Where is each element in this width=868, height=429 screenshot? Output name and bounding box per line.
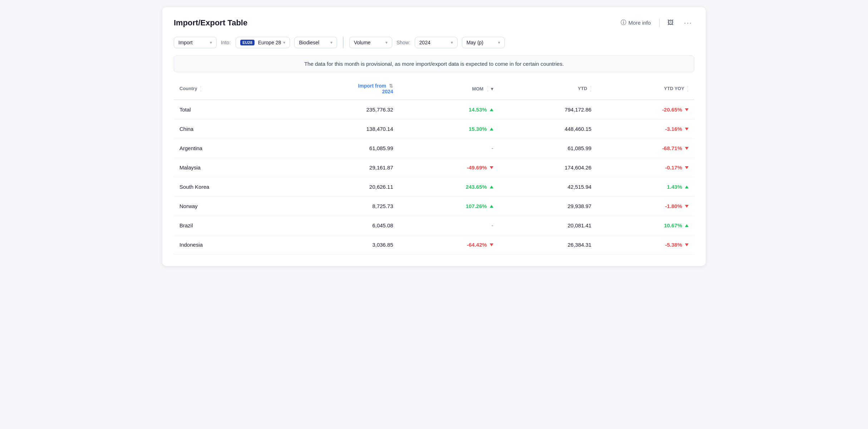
cell-ytd: 29,938.97 xyxy=(499,197,597,216)
image-icon-button[interactable]: 🖼 xyxy=(665,18,676,28)
filters-row: Import ▾ Into: EU28 Europe 28 ▾ Biodiese… xyxy=(174,37,694,48)
ytd-yoy-value: -68.71% xyxy=(662,145,682,151)
cell-mom: -49.69% xyxy=(399,158,499,177)
yoy-down-arrow xyxy=(685,243,689,246)
commodity-select[interactable]: Biodiesel ▾ xyxy=(294,37,337,48)
ytd-label: YTD xyxy=(578,85,587,91)
commodity-value: Biodiesel xyxy=(299,40,319,45)
cell-ytd-yoy: -1.80% xyxy=(597,197,694,216)
region-chevron-icon: ▾ xyxy=(283,40,285,45)
import-year-label: 2024 xyxy=(382,89,393,94)
import-from-label: Import from xyxy=(358,83,386,89)
cell-import-from: 6,045.08 xyxy=(280,216,399,235)
mom-value: -64.42% xyxy=(467,242,487,248)
into-label: Into: xyxy=(221,40,231,45)
cell-ytd: 794,172.86 xyxy=(499,100,597,119)
yoy-up-arrow xyxy=(685,224,689,227)
cell-import-from: 235,776.32 xyxy=(280,100,399,119)
card-header: Import/Export Table ⓘ More info 🖼 ··· xyxy=(174,17,694,28)
mom-up-arrow xyxy=(490,108,493,111)
table-row: Malaysia29,161.87-49.69%174,604.26-0.17% xyxy=(174,158,694,177)
col-ytd-yoy-header: YTD YOY ↑↓ xyxy=(597,79,694,100)
country-sort-icon[interactable]: ↑↓ xyxy=(200,85,202,92)
notice-text: The data for this month is provisional, … xyxy=(304,61,564,67)
page-title: Import/Export Table xyxy=(174,18,247,28)
mom-value: 14.53% xyxy=(469,107,487,113)
country-label: Country xyxy=(179,85,197,91)
cell-ytd-yoy: -20.65% xyxy=(597,100,694,119)
cell-ytd-yoy: -5.38% xyxy=(597,235,694,255)
ytd-yoy-value: 10.67% xyxy=(664,222,682,228)
cell-import-from: 3,036.85 xyxy=(280,235,399,255)
cell-country: Argentina xyxy=(174,139,280,158)
cell-mom: 107.26% xyxy=(399,197,499,216)
eu28-badge: EU28 xyxy=(240,40,255,45)
cell-country: Total xyxy=(174,100,280,119)
eu28-badge-text: EU28 xyxy=(242,40,252,45)
cell-ytd: 61,085.99 xyxy=(499,139,597,158)
mom-value: -49.69% xyxy=(467,164,487,171)
region-select[interactable]: EU28 Europe 28 ▾ xyxy=(236,37,290,48)
metric-select[interactable]: Volume ▾ xyxy=(349,37,392,48)
more-info-label: More info xyxy=(628,20,651,26)
yoy-down-arrow xyxy=(685,205,689,208)
cell-mom: 15.30% xyxy=(399,119,499,139)
cell-import-from: 20,626.11 xyxy=(280,177,399,197)
cell-country: Indonesia xyxy=(174,235,280,255)
month-value: May (p) xyxy=(467,40,483,45)
col-country-header: Country ↑↓ xyxy=(174,79,280,100)
more-info-button[interactable]: ⓘ More info xyxy=(618,18,654,28)
cell-mom: 243.65% xyxy=(399,177,499,197)
cell-ytd-yoy: -3.16% xyxy=(597,119,694,139)
yoy-down-arrow xyxy=(685,166,689,169)
main-card: Import/Export Table ⓘ More info 🖼 ··· Im… xyxy=(162,7,706,266)
col-import-from-header: Import from ⇅ 2024 xyxy=(280,79,399,100)
col-ytd-header: YTD ↑↓ xyxy=(499,79,597,100)
mom-up-arrow xyxy=(490,205,493,208)
table-row: Argentina61,085.99-61,085.99-68.71% xyxy=(174,139,694,158)
cell-import-from: 8,725.73 xyxy=(280,197,399,216)
more-options-button[interactable]: ··· xyxy=(682,17,694,28)
cell-mom: - xyxy=(399,216,499,235)
mom-value: 107.26% xyxy=(466,203,487,209)
yoy-down-arrow xyxy=(685,128,689,130)
region-value: Europe 28 xyxy=(258,40,281,45)
year-select[interactable]: 2024 ▾ xyxy=(415,37,458,48)
cell-ytd-yoy: -68.71% xyxy=(597,139,694,158)
cell-ytd: 448,460.15 xyxy=(499,119,597,139)
ytd-yoy-value: 1.43% xyxy=(667,184,682,190)
year-value: 2024 xyxy=(419,40,430,45)
cell-ytd: 20,081.41 xyxy=(499,216,597,235)
import-filter-icon-btn[interactable]: ⇅ xyxy=(389,83,393,89)
mom-value: 243.65% xyxy=(466,184,487,190)
mom-sort-icon[interactable]: ↑↓ xyxy=(487,85,489,92)
yoy-down-arrow xyxy=(685,147,689,150)
ytd-yoy-sort-icon[interactable]: ↑↓ xyxy=(687,85,689,92)
type-value: Import xyxy=(178,40,193,45)
ytd-sort-icon[interactable]: ↑↓ xyxy=(590,85,592,92)
cell-mom: 14.53% xyxy=(399,100,499,119)
cell-country: Malaysia xyxy=(174,158,280,177)
table-row: Brazil6,045.08-20,081.4110.67% xyxy=(174,216,694,235)
mom-value: 15.30% xyxy=(469,126,487,132)
cell-ytd-yoy: -0.17% xyxy=(597,158,694,177)
month-select[interactable]: May (p) ▾ xyxy=(462,37,505,48)
ellipsis-icon: ··· xyxy=(684,19,692,27)
mom-value: - xyxy=(492,222,493,228)
cell-country: Brazil xyxy=(174,216,280,235)
filter-icon: ⇅ xyxy=(389,83,393,89)
type-select[interactable]: Import ▾ xyxy=(174,37,217,48)
header-divider xyxy=(659,19,660,27)
mom-filter-dropdown[interactable]: ▾ xyxy=(491,86,493,92)
ytd-yoy-label: YTD YOY xyxy=(664,85,684,91)
commodity-chevron-icon: ▾ xyxy=(330,40,332,45)
table-row: Norway8,725.73107.26%29,938.97-1.80% xyxy=(174,197,694,216)
metric-value: Volume xyxy=(354,40,371,45)
mom-label: MOM xyxy=(472,86,484,92)
cell-import-from: 61,085.99 xyxy=(280,139,399,158)
ytd-yoy-value: -20.65% xyxy=(662,107,682,113)
month-chevron-icon: ▾ xyxy=(498,40,500,45)
cell-import-from: 138,470.14 xyxy=(280,119,399,139)
yoy-up-arrow xyxy=(685,186,689,188)
cell-ytd-yoy: 10.67% xyxy=(597,216,694,235)
